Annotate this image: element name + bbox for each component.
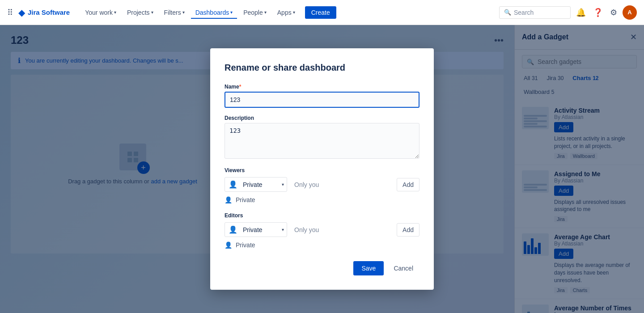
- help-icon[interactable]: ❓: [591, 6, 605, 19]
- editors-select[interactable]: Private: [241, 224, 279, 236]
- topnav: ⠿ ◆ Jira Software Your work ▾ Projects ▾…: [0, 0, 644, 25]
- logo-diamond: ◆: [18, 7, 25, 18]
- logo[interactable]: ◆ Jira Software: [18, 7, 70, 18]
- nav-filters[interactable]: Filters ▾: [160, 6, 189, 19]
- chevron-down-icon: ▾: [230, 10, 233, 15]
- modal-footer: Save Cancel: [225, 261, 419, 275]
- name-label: Name*: [225, 84, 419, 90]
- description-input[interactable]: 123: [225, 123, 419, 159]
- viewers-private-text: Private: [236, 196, 255, 203]
- main-area: 123 ••• ℹ You are currently editing your…: [0, 25, 644, 313]
- description-field-group: Description 123: [225, 115, 419, 160]
- editors-private-text: Private: [236, 241, 255, 249]
- search-icon: 🔍: [504, 9, 511, 16]
- viewers-add-button[interactable]: Add: [397, 178, 419, 191]
- viewers-section: Viewers 👤 Private ▾ Only you Add 👤 Priva…: [225, 167, 419, 205]
- search-box[interactable]: 🔍 Search: [499, 6, 571, 19]
- chevron-down-icon: ▾: [279, 182, 287, 187]
- viewers-only-you: Only you: [291, 181, 393, 188]
- nav-right: 🔍 Search 🔔 ❓ ⚙ A: [499, 5, 637, 20]
- person-icon: 👤: [225, 223, 241, 237]
- rename-dashboard-modal: Rename or share dashboard Name* Descript…: [210, 48, 434, 290]
- chevron-down-icon: ▾: [279, 227, 287, 232]
- chevron-down-icon: ▾: [151, 10, 153, 15]
- nav-your-work[interactable]: Your work ▾: [80, 6, 121, 19]
- chevron-down-icon: ▾: [114, 10, 116, 15]
- logo-text: Jira Software: [28, 8, 70, 16]
- editors-only-you: Only you: [291, 226, 393, 233]
- settings-icon[interactable]: ⚙: [608, 6, 619, 19]
- name-input[interactable]: [225, 92, 419, 108]
- editors-private-row: 👤 Private: [225, 240, 419, 250]
- editors-row: 👤 Private ▾ Only you Add: [225, 222, 419, 237]
- editors-add-button[interactable]: Add: [397, 223, 419, 237]
- viewers-select-wrap: 👤 Private ▾: [225, 177, 287, 192]
- chevron-down-icon: ▾: [264, 10, 267, 15]
- nav-people[interactable]: People ▾: [239, 6, 271, 19]
- editors-label: Editors: [225, 212, 419, 219]
- nav-items: Your work ▾ Projects ▾ Filters ▾ Dashboa…: [80, 6, 496, 19]
- person-icon: 👤: [225, 241, 232, 249]
- viewers-select[interactable]: Private: [241, 178, 279, 191]
- modal-overlay: Rename or share dashboard Name* Descript…: [0, 25, 644, 313]
- viewers-label: Viewers: [225, 167, 419, 173]
- nav-dashboards[interactable]: Dashboards ▾: [191, 6, 237, 19]
- chevron-down-icon: ▾: [182, 10, 185, 15]
- name-field-group: Name*: [225, 84, 419, 108]
- grid-icon[interactable]: ⠿: [7, 8, 13, 17]
- notifications-icon[interactable]: 🔔: [574, 6, 588, 19]
- chevron-down-icon: ▾: [293, 10, 295, 15]
- viewers-private-row: 👤 Private: [225, 195, 419, 205]
- search-placeholder: Search: [514, 9, 534, 16]
- save-button[interactable]: Save: [353, 261, 384, 275]
- description-label: Description: [225, 115, 419, 121]
- person-icon: 👤: [225, 178, 241, 191]
- editors-section: Editors 👤 Private ▾ Only you Add 👤 Priva…: [225, 212, 419, 250]
- viewers-row: 👤 Private ▾ Only you Add: [225, 177, 419, 192]
- modal-title: Rename or share dashboard: [225, 63, 419, 73]
- nav-projects[interactable]: Projects ▾: [123, 6, 158, 19]
- editors-select-wrap: 👤 Private ▾: [225, 222, 287, 237]
- avatar[interactable]: A: [623, 5, 637, 20]
- create-button[interactable]: Create: [305, 6, 336, 19]
- cancel-button[interactable]: Cancel: [387, 261, 419, 275]
- person-icon: 👤: [225, 196, 232, 203]
- nav-apps[interactable]: Apps ▾: [273, 6, 300, 19]
